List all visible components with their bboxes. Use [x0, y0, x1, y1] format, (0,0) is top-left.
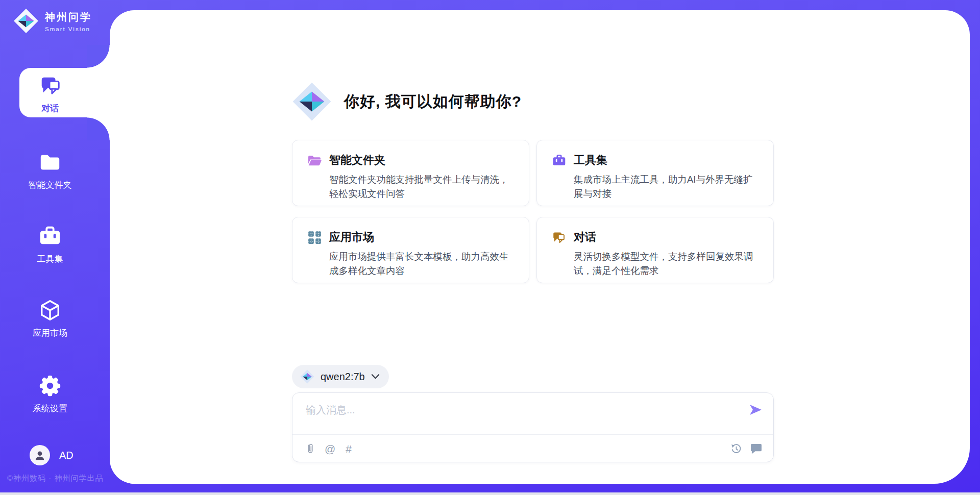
card-title: 智能文件夹: [329, 153, 385, 168]
card-app-market[interactable]: 应用市场 应用市场提供丰富长文本模板，助力高效生成多样化文章内容: [292, 217, 529, 283]
card-description: 集成市场上主流工具，助力AI与外界无缝扩展与对接: [574, 172, 760, 201]
hash-icon[interactable]: #: [346, 443, 352, 454]
card-title: 应用市场: [329, 230, 374, 245]
window-bottom-edge: [0, 492, 980, 495]
user-profile[interactable]: AD: [30, 445, 74, 465]
sidebar-item-chat[interactable]: 对话: [0, 74, 100, 114]
copyright-footer: ©神州数码 · 神州问学出品: [7, 474, 103, 483]
toolbox-icon: [38, 225, 62, 248]
sidebar-item-label: 系统设置: [0, 403, 100, 414]
at-icon[interactable]: @: [325, 443, 335, 454]
paperclip-icon[interactable]: [306, 442, 314, 455]
brand-name-en: Smart Vision: [45, 26, 92, 32]
model-name: qwen2:7b: [321, 371, 365, 383]
user-name: AD: [59, 450, 74, 461]
card-smart-folder[interactable]: 智能文件夹 智能文件夹功能支持批量文件上传与清洗，轻松实现文件问答: [292, 140, 529, 206]
card-title: 对话: [574, 230, 596, 245]
folder-open-icon: [308, 154, 322, 167]
greeting-title: 你好, 我可以如何帮助你?: [344, 91, 522, 112]
sidebar-item-toolset[interactable]: 工具集: [0, 225, 100, 265]
brand-logo: 神州问学 Smart Vision: [13, 8, 92, 34]
chevron-down-icon: [371, 374, 380, 380]
sidebar-item-label: 对话: [0, 103, 100, 114]
message-composer: @ #: [292, 392, 774, 462]
toolbox-icon: [552, 154, 566, 167]
card-description: 智能文件夹功能支持批量文件上传与清洗，轻松实现文件问答: [329, 172, 516, 201]
feature-cards: 智能文件夹 智能文件夹功能支持批量文件上传与清洗，轻松实现文件问答 工具集 集成…: [292, 140, 774, 283]
composer-toolbar: @ #: [306, 435, 762, 462]
card-description: 应用市场提供丰富长文本模板，助力高效生成多样化文章内容: [329, 250, 516, 278]
greeting-block: 你好, 我可以如何帮助你?: [292, 82, 522, 121]
sidebar-item-label: 智能文件夹: [0, 179, 100, 191]
sidebar-item-label: 应用市场: [0, 327, 100, 339]
model-selector[interactable]: qwen2:7b: [292, 365, 389, 388]
diamond-logo-icon: [300, 369, 314, 384]
cube-icon: [38, 299, 62, 322]
chat-icon: [552, 231, 566, 244]
sidebar-item-smart-folder[interactable]: 智能文件夹: [0, 151, 100, 191]
history-icon[interactable]: [730, 443, 742, 455]
apps-grid-icon: [308, 231, 322, 244]
folder-icon: [38, 151, 62, 174]
diamond-logo-icon: [292, 82, 332, 121]
card-chat[interactable]: 对话 灵活切换多模型文件，支持多样回复效果调试，满足个性化需求: [536, 217, 774, 283]
card-toolset[interactable]: 工具集 集成市场上主流工具，助力AI与外界无缝扩展与对接: [536, 140, 774, 206]
message-input[interactable]: [292, 393, 773, 433]
gear-icon: [38, 374, 62, 398]
card-description: 灵活切换多模型文件，支持多样回复效果调试，满足个性化需求: [574, 250, 760, 278]
main-content: 你好, 我可以如何帮助你? 智能文件夹 智能文件夹功能支持批量文件上传与清洗，轻…: [110, 10, 970, 484]
person-icon: [33, 449, 46, 462]
sidebar-item-app-market[interactable]: 应用市场: [0, 299, 100, 339]
sidebar: 神州问学 Smart Vision 对话 智能文件夹 工具集: [0, 0, 110, 495]
send-icon[interactable]: [749, 404, 762, 415]
brand-name-cn: 神州问学: [45, 10, 92, 24]
sidebar-item-label: 工具集: [0, 253, 100, 265]
chat-bubble-icon[interactable]: [750, 443, 762, 454]
card-title: 工具集: [574, 153, 607, 168]
chat-icon: [38, 74, 62, 97]
diamond-logo-icon: [13, 8, 39, 34]
avatar: [30, 445, 50, 465]
sidebar-item-settings[interactable]: 系统设置: [0, 374, 100, 414]
